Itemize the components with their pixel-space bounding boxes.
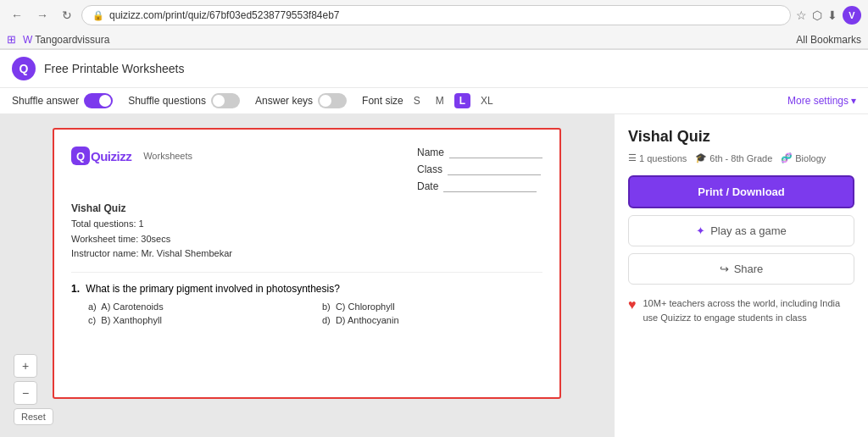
zoom-controls: + − Reset bbox=[14, 354, 53, 425]
bookmark-apps[interactable]: W Tangoardvissura bbox=[23, 34, 109, 46]
question-1: 1. What is the primary pigment involved … bbox=[71, 283, 542, 325]
toolbar: Shuffle answer Shuffle questions Answer … bbox=[0, 88, 868, 114]
share-button[interactable]: ↪ Share bbox=[628, 253, 854, 285]
ws-quiz-title: Vishal Quiz bbox=[71, 201, 542, 217]
sidebar-quiz-title: Vishal Quiz bbox=[628, 128, 854, 146]
shuffle-questions-label: Shuffle questions bbox=[128, 95, 206, 107]
option-d: d) D) Anthocyanin bbox=[322, 315, 542, 325]
meta-questions: ☰ 1 questions bbox=[628, 152, 687, 163]
ws-info: Vishal Quiz Total questions: 1 Worksheet… bbox=[71, 201, 542, 262]
right-sidebar: Vishal Quiz ☰ 1 questions 🎓 6th - 8th Gr… bbox=[614, 114, 868, 437]
grade-text: 6th - 8th Grade bbox=[709, 153, 772, 163]
main-layout: Q Quizizz Worksheets Name Class bbox=[0, 114, 868, 437]
profile-button[interactable]: V bbox=[843, 6, 861, 25]
download-button[interactable]: ⬇ bbox=[827, 8, 837, 22]
star-button[interactable]: ☆ bbox=[796, 8, 807, 22]
option-a-text: A) Carotenoids bbox=[101, 301, 163, 312]
option-c-label: c) bbox=[88, 315, 98, 325]
ws-logo-area: Q Quizizz Worksheets bbox=[71, 147, 192, 165]
answer-keys-label: Answer keys bbox=[255, 95, 313, 107]
quiz-meta: ☰ 1 questions 🎓 6th - 8th Grade 🧬 Biolog… bbox=[628, 152, 854, 163]
extensions-button[interactable]: ⬡ bbox=[812, 8, 822, 22]
option-c-text: B) Xanthophyll bbox=[101, 315, 162, 325]
url-text: quizizz.com/print/quiz/67bf03ed523877955… bbox=[109, 9, 780, 21]
question-text: 1. What is the primary pigment involved … bbox=[71, 283, 542, 295]
meta-grade: 🎓 6th - 8th Grade bbox=[695, 152, 772, 163]
font-size-m[interactable]: M bbox=[431, 93, 449, 108]
class-field: Class bbox=[417, 163, 542, 175]
ws-divider bbox=[71, 272, 542, 273]
shuffle-answer-switch[interactable] bbox=[84, 93, 113, 108]
worksheet-paper: Q Quizizz Worksheets Name Class bbox=[53, 128, 561, 399]
quizizz-q-logo: Q bbox=[71, 147, 90, 165]
class-input[interactable] bbox=[448, 164, 541, 175]
forward-button[interactable]: → bbox=[32, 7, 53, 24]
reset-button[interactable]: Reset bbox=[14, 408, 53, 425]
date-label: Date bbox=[417, 180, 438, 192]
back-button[interactable]: ← bbox=[7, 7, 27, 24]
font-size-xl[interactable]: XL bbox=[476, 93, 498, 108]
shuffle-questions-toggle: Shuffle questions bbox=[128, 93, 240, 108]
heart-icon: ♥ bbox=[628, 297, 637, 313]
zoom-out-button[interactable]: − bbox=[14, 381, 37, 405]
question-body: What is the primary pigment involved in … bbox=[86, 283, 339, 295]
bookmarks-bar: ⊞ W Tangoardvissura All Bookmarks bbox=[0, 30, 868, 49]
more-settings-button[interactable]: More settings ▾ bbox=[787, 95, 856, 107]
option-c: c) B) Xanthophyll bbox=[88, 315, 309, 325]
option-d-text: D) Anthocyanin bbox=[336, 315, 399, 325]
grade-icon: 🎓 bbox=[695, 152, 707, 163]
option-d-label: d) bbox=[322, 315, 333, 325]
reload-button[interactable]: ↻ bbox=[58, 7, 76, 24]
option-b: b) C) Chlorophyll bbox=[322, 301, 542, 312]
app-title: Free Printable Worksheets bbox=[44, 62, 184, 75]
ws-total-questions: Total questions: 1 bbox=[71, 217, 542, 232]
shuffle-answer-toggle: Shuffle answer bbox=[12, 93, 113, 108]
print-download-button[interactable]: Print / Download bbox=[628, 175, 854, 208]
date-field: Date bbox=[417, 180, 542, 192]
option-a: a) A) Carotenoids bbox=[88, 301, 309, 312]
worksheet-tag: Worksheets bbox=[143, 151, 192, 161]
url-bar[interactable]: 🔒 quizizz.com/print/quiz/67bf03ed5238779… bbox=[81, 5, 791, 25]
date-input[interactable] bbox=[443, 181, 537, 192]
answer-keys-switch[interactable] bbox=[318, 93, 347, 108]
shuffle-answer-label: Shuffle answer bbox=[12, 95, 79, 107]
meta-subject: 🧬 Biology bbox=[781, 152, 826, 163]
subject-text: Biology bbox=[795, 153, 826, 163]
option-b-label: b) bbox=[322, 301, 333, 312]
quizizz-wordmark: Quizizz bbox=[91, 149, 131, 163]
name-label: Name bbox=[417, 147, 444, 158]
subject-icon: 🧬 bbox=[781, 152, 793, 163]
share-label: Share bbox=[734, 263, 764, 275]
play-as-game-button[interactable]: ✦ Play as a game bbox=[628, 215, 854, 246]
answer-keys-toggle: Answer keys bbox=[255, 93, 347, 108]
ws-fields: Name Class Date bbox=[417, 147, 542, 192]
app-header: Q Free Printable Worksheets bbox=[0, 50, 868, 88]
browser-actions: ☆ ⬡ ⬇ V bbox=[796, 6, 861, 25]
name-input[interactable] bbox=[449, 147, 542, 158]
ws-worksheet-time: Worksheet time: 30secs bbox=[71, 232, 542, 247]
share-icon: ↪ bbox=[720, 263, 729, 275]
name-field: Name bbox=[417, 147, 542, 158]
worksheet-area: Q Quizizz Worksheets Name Class bbox=[0, 114, 614, 437]
font-size-control: Font size S M L XL bbox=[362, 93, 498, 108]
all-bookmarks[interactable]: All Bookmarks bbox=[796, 34, 861, 46]
app-logo: Q bbox=[12, 57, 36, 80]
zoom-in-button[interactable]: + bbox=[14, 354, 37, 378]
font-size-s[interactable]: S bbox=[409, 93, 426, 108]
ws-header: Q Quizizz Worksheets Name Class bbox=[71, 147, 542, 192]
font-size-label: Font size bbox=[362, 95, 403, 107]
shuffle-questions-switch[interactable] bbox=[211, 93, 240, 108]
play-label: Play as a game bbox=[710, 224, 787, 237]
chevron-down-icon: ▾ bbox=[851, 95, 856, 107]
browser-chrome: ← → ↻ 🔒 quizizz.com/print/quiz/67bf03ed5… bbox=[0, 0, 868, 50]
promo-text: 10M+ teachers across the world, includin… bbox=[643, 296, 855, 324]
zoom-in-icon: + bbox=[22, 359, 29, 373]
options-grid: a) A) Carotenoids b) C) Chlorophyll c) B… bbox=[71, 301, 542, 325]
questions-icon: ☰ bbox=[628, 152, 637, 163]
zoom-out-icon: − bbox=[22, 386, 29, 400]
questions-count: 1 questions bbox=[639, 153, 687, 163]
option-b-text: C) Chlorophyll bbox=[336, 301, 395, 312]
promo-box: ♥ 10M+ teachers across the world, includ… bbox=[628, 296, 854, 324]
font-size-l[interactable]: L bbox=[454, 93, 470, 108]
question-number: 1. bbox=[71, 283, 80, 295]
